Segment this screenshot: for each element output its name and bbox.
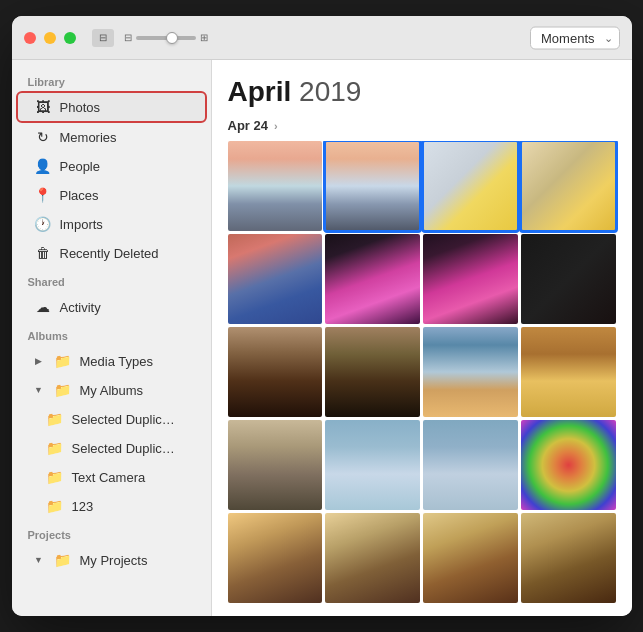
album-icon-2: 📁 bbox=[46, 439, 64, 457]
albums-section-label: Albums bbox=[12, 322, 211, 346]
photo-cell-1-2[interactable] bbox=[325, 141, 420, 231]
zoom-slider-container: ⊟ ⊞ bbox=[124, 32, 208, 43]
sidebar-item-photos-label: Photos bbox=[60, 100, 100, 115]
sidebar-item-selected-duplic-1-label: Selected Duplic… bbox=[72, 412, 175, 427]
people-icon: 👤 bbox=[34, 157, 52, 175]
photo-grid bbox=[212, 141, 632, 616]
sidebar-item-text-camera[interactable]: 📁 Text Camera bbox=[18, 463, 205, 491]
sidebar-item-media-types[interactable]: ▶ 📁 Media Types bbox=[18, 347, 205, 375]
photo-cell-3-4[interactable] bbox=[521, 327, 616, 417]
photos-icon: 🖼 bbox=[34, 98, 52, 116]
cloud-icon: ☁ bbox=[34, 298, 52, 316]
photo-cell-3-2[interactable] bbox=[325, 327, 420, 417]
library-section-label: Library bbox=[12, 68, 211, 92]
disclosure-right-icon: ▶ bbox=[34, 356, 44, 366]
zoom-slider[interactable] bbox=[136, 36, 196, 40]
moments-dropdown[interactable]: Moments bbox=[530, 26, 619, 49]
shared-section-label: Shared bbox=[12, 268, 211, 292]
main-content: Library 🖼 Photos ↻ Memories 👤 People 📍 P… bbox=[12, 60, 632, 616]
imports-icon: 🕐 bbox=[34, 215, 52, 233]
grid-large-icon: ⊞ bbox=[200, 32, 208, 43]
photo-cell-1-4[interactable] bbox=[521, 141, 616, 231]
sidebar-item-imports-label: Imports bbox=[60, 217, 103, 232]
photo-cell-2-2[interactable] bbox=[325, 234, 420, 324]
slider-thumb bbox=[166, 32, 178, 44]
photo-cell-5-3[interactable] bbox=[423, 513, 518, 603]
traffic-lights bbox=[24, 32, 76, 44]
album-icon-3: 📁 bbox=[46, 468, 64, 486]
minimize-button[interactable] bbox=[44, 32, 56, 44]
sidebar-item-recently-deleted-label: Recently Deleted bbox=[60, 246, 159, 261]
content-header: April 2019 bbox=[212, 60, 632, 114]
date-chevron-icon: › bbox=[274, 120, 278, 132]
photo-cell-5-1[interactable] bbox=[228, 513, 323, 603]
date-label: Apr 24 bbox=[228, 118, 268, 133]
sidebar-item-123-label: 123 bbox=[72, 499, 94, 514]
titlebar: ⊟ ⊟ ⊞ Moments bbox=[12, 16, 632, 60]
sidebar-toggle-button[interactable]: ⊟ bbox=[92, 29, 114, 47]
date-nav[interactable]: Apr 24 › bbox=[212, 114, 632, 141]
sidebar-item-selected-duplic-1[interactable]: 📁 Selected Duplic… bbox=[18, 405, 205, 433]
photo-cell-2-1[interactable] bbox=[228, 234, 323, 324]
sidebar-item-memories[interactable]: ↻ Memories bbox=[18, 123, 205, 151]
sidebar-item-my-projects-label: My Projects bbox=[80, 553, 148, 568]
photo-cell-1-1[interactable] bbox=[228, 141, 323, 231]
sidebar-item-my-albums-label: My Albums bbox=[80, 383, 144, 398]
moments-label: Moments bbox=[541, 30, 594, 45]
sidebar-icon: ⊟ bbox=[99, 32, 107, 43]
projects-section-label: Projects bbox=[12, 521, 211, 545]
sidebar-item-my-albums[interactable]: ▼ 📁 My Albums bbox=[18, 376, 205, 404]
my-projects-disclosure-icon: ▼ bbox=[34, 555, 44, 565]
sidebar-item-people[interactable]: 👤 People bbox=[18, 152, 205, 180]
sidebar-item-activity-label: Activity bbox=[60, 300, 101, 315]
sidebar-item-activity[interactable]: ☁ Activity bbox=[18, 293, 205, 321]
sidebar-item-memories-label: Memories bbox=[60, 130, 117, 145]
sidebar-item-text-camera-label: Text Camera bbox=[72, 470, 146, 485]
sidebar-item-photos[interactable]: 🖼 Photos bbox=[16, 91, 207, 123]
photo-cell-4-3[interactable] bbox=[423, 420, 518, 510]
sidebar-item-places-label: Places bbox=[60, 188, 99, 203]
photo-cell-2-4[interactable] bbox=[521, 234, 616, 324]
photo-cell-4-4[interactable] bbox=[521, 420, 616, 510]
grid-small-icon: ⊟ bbox=[124, 32, 132, 43]
places-icon: 📍 bbox=[34, 186, 52, 204]
page-title: April 2019 bbox=[228, 76, 616, 108]
photo-cell-2-3[interactable] bbox=[423, 234, 518, 324]
photo-cell-1-3[interactable] bbox=[423, 141, 518, 231]
close-button[interactable] bbox=[24, 32, 36, 44]
photo-cell-4-1[interactable] bbox=[228, 420, 323, 510]
photo-cell-5-4[interactable] bbox=[521, 513, 616, 603]
projects-folder-icon: 📁 bbox=[54, 551, 72, 569]
photo-cell-5-2[interactable] bbox=[325, 513, 420, 603]
sidebar-item-123[interactable]: 📁 123 bbox=[18, 492, 205, 520]
photo-cell-4-2[interactable] bbox=[325, 420, 420, 510]
sidebar-item-people-label: People bbox=[60, 159, 100, 174]
album-icon-1: 📁 bbox=[46, 410, 64, 428]
folder2-icon: 📁 bbox=[54, 381, 72, 399]
sidebar: Library 🖼 Photos ↻ Memories 👤 People 📍 P… bbox=[12, 60, 212, 616]
disclosure-down-icon: ▼ bbox=[34, 385, 44, 395]
sidebar-item-selected-duplic-2[interactable]: 📁 Selected Duplic… bbox=[18, 434, 205, 462]
photo-cell-3-3[interactable] bbox=[423, 327, 518, 417]
folder-icon: 📁 bbox=[54, 352, 72, 370]
sidebar-item-recently-deleted[interactable]: 🗑 Recently Deleted bbox=[18, 239, 205, 267]
memories-icon: ↻ bbox=[34, 128, 52, 146]
sidebar-item-media-types-label: Media Types bbox=[80, 354, 153, 369]
maximize-button[interactable] bbox=[64, 32, 76, 44]
content-area: April 2019 Apr 24 › bbox=[212, 60, 632, 616]
sidebar-item-imports[interactable]: 🕐 Imports bbox=[18, 210, 205, 238]
album-icon-4: 📁 bbox=[46, 497, 64, 515]
trash-icon: 🗑 bbox=[34, 244, 52, 262]
sidebar-item-places[interactable]: 📍 Places bbox=[18, 181, 205, 209]
app-window: ⊟ ⊟ ⊞ Moments Library 🖼 Photos bbox=[12, 16, 632, 616]
photo-cell-3-1[interactable] bbox=[228, 327, 323, 417]
sidebar-item-my-projects[interactable]: ▼ 📁 My Projects bbox=[18, 546, 205, 574]
sidebar-item-selected-duplic-2-label: Selected Duplic… bbox=[72, 441, 175, 456]
titlebar-controls: ⊟ ⊟ ⊞ bbox=[92, 29, 208, 47]
